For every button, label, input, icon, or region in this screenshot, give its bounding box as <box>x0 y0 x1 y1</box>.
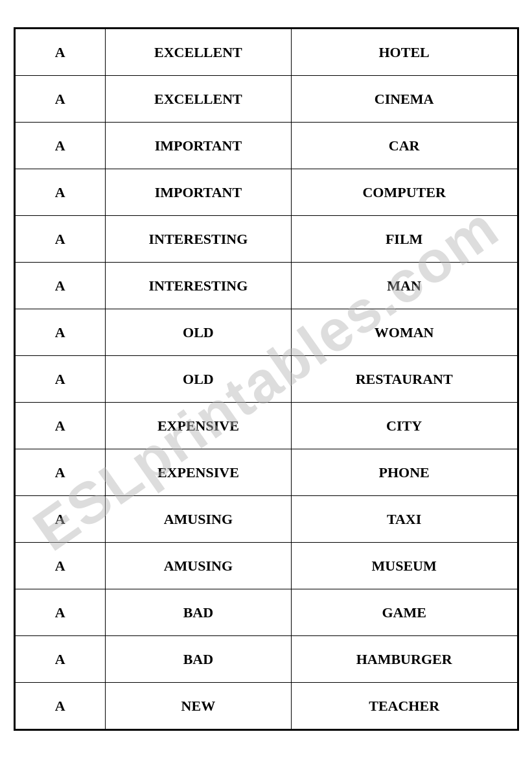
table-row: AOLDWOMAN <box>15 309 517 356</box>
cell-article: A <box>15 263 106 309</box>
table-row: AEXPENSIVECITY <box>15 403 517 449</box>
cell-adjective: BAD <box>106 589 292 636</box>
table-row: AIMPORTANTCOMPUTER <box>15 169 517 216</box>
cell-article: A <box>15 123 106 169</box>
cell-article: A <box>15 543 106 589</box>
cell-adjective: INTERESTING <box>106 216 292 263</box>
cell-article: A <box>15 449 106 496</box>
cell-article: A <box>15 683 106 729</box>
table-row: AINTERESTINGMAN <box>15 263 517 309</box>
cell-noun: CITY <box>291 403 517 449</box>
cell-adjective: OLD <box>106 356 292 403</box>
cell-noun: COMPUTER <box>291 169 517 216</box>
table-row: AIMPORTANTCAR <box>15 123 517 169</box>
page: ESLprintables.com AEXCELLENTHOTELAEXCELL… <box>0 0 532 758</box>
cell-noun: GAME <box>291 589 517 636</box>
cell-noun: CINEMA <box>291 76 517 123</box>
cell-noun: HAMBURGER <box>291 636 517 683</box>
cell-noun: RESTAURANT <box>291 356 517 403</box>
table-row: AINTERESTINGFILM <box>15 216 517 263</box>
cell-noun: TAXI <box>291 496 517 543</box>
cell-adjective: IMPORTANT <box>106 169 292 216</box>
table-row: AEXCELLENTHOTEL <box>15 29 517 76</box>
cell-article: A <box>15 356 106 403</box>
vocabulary-table: AEXCELLENTHOTELAEXCELLENTCINEMAAIMPORTAN… <box>15 29 518 729</box>
cell-noun: WOMAN <box>291 309 517 356</box>
cell-article: A <box>15 169 106 216</box>
table-row: AAMUSINGMUSEUM <box>15 543 517 589</box>
cell-noun: MUSEUM <box>291 543 517 589</box>
table-row: AOLDRESTAURANT <box>15 356 517 403</box>
table-row: AAMUSINGTAXI <box>15 496 517 543</box>
cell-noun: CAR <box>291 123 517 169</box>
cell-adjective: IMPORTANT <box>106 123 292 169</box>
cell-adjective: NEW <box>106 683 292 729</box>
cell-noun: FILM <box>291 216 517 263</box>
cell-noun: PHONE <box>291 449 517 496</box>
table-container: AEXCELLENTHOTELAEXCELLENTCINEMAAIMPORTAN… <box>14 27 519 731</box>
cell-adjective: OLD <box>106 309 292 356</box>
cell-article: A <box>15 76 106 123</box>
cell-adjective: EXPENSIVE <box>106 403 292 449</box>
cell-article: A <box>15 403 106 449</box>
cell-adjective: EXCELLENT <box>106 76 292 123</box>
table-row: AEXCELLENTCINEMA <box>15 76 517 123</box>
table-row: AEXPENSIVEPHONE <box>15 449 517 496</box>
cell-article: A <box>15 589 106 636</box>
cell-article: A <box>15 216 106 263</box>
cell-adjective: BAD <box>106 636 292 683</box>
table-row: ABADGAME <box>15 589 517 636</box>
cell-article: A <box>15 636 106 683</box>
cell-noun: HOTEL <box>291 29 517 76</box>
cell-noun: MAN <box>291 263 517 309</box>
cell-noun: TEACHER <box>291 683 517 729</box>
cell-adjective: INTERESTING <box>106 263 292 309</box>
cell-adjective: EXCELLENT <box>106 29 292 76</box>
table-row: ABADHAMBURGER <box>15 636 517 683</box>
cell-article: A <box>15 29 106 76</box>
cell-adjective: EXPENSIVE <box>106 449 292 496</box>
cell-article: A <box>15 496 106 543</box>
cell-adjective: AMUSING <box>106 543 292 589</box>
cell-adjective: AMUSING <box>106 496 292 543</box>
cell-article: A <box>15 309 106 356</box>
table-row: ANEWTEACHER <box>15 683 517 729</box>
